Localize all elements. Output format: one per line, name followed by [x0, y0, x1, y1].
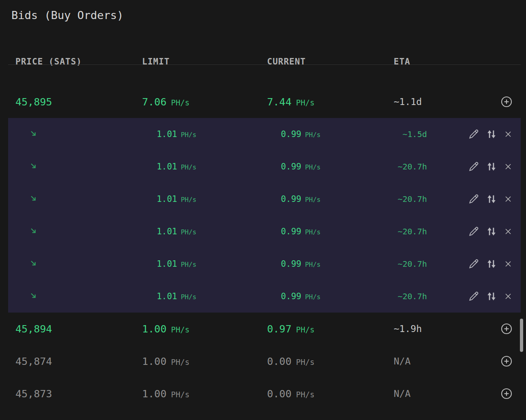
x-icon: [504, 195, 512, 203]
position-current: 0.99PH/s: [267, 259, 321, 269]
order-price: 45,894: [15, 323, 142, 335]
position-marker: [15, 260, 142, 268]
position-current: 0.99PH/s: [267, 227, 321, 236]
column-header-limit: LIMIT: [142, 57, 196, 66]
up-down-arrows-icon: [486, 161, 497, 172]
position-row: 1.01PH/s 0.99PH/s ~20.7h: [8, 150, 521, 183]
position-limit: 1.01PH/s: [142, 194, 196, 204]
order-limit: 1.00PH/s: [142, 356, 196, 367]
position-marker: [15, 130, 142, 139]
scrollbar-thumb[interactable]: [520, 319, 523, 352]
pencil-icon: [468, 291, 479, 302]
order-current: 0.00PH/s: [267, 388, 321, 400]
cancel-position-button[interactable]: [504, 130, 512, 138]
pencil-icon: [468, 161, 479, 172]
order-current: 0.00PH/s: [267, 356, 321, 367]
position-marker: [15, 195, 142, 204]
position-marker: [15, 163, 142, 171]
position-limit: 1.01PH/s: [142, 227, 196, 236]
position-eta: ~20.7h: [394, 194, 427, 204]
position-limit: 1.01PH/s: [142, 129, 196, 139]
position-eta: ~20.7h: [394, 291, 427, 301]
table-header-row: PRICE (SATS) LIMIT CURRENT ETA: [0, 45, 526, 78]
position-eta: ~20.7h: [394, 259, 427, 269]
edit-position-button[interactable]: [468, 161, 479, 172]
edit-position-button[interactable]: [468, 129, 479, 139]
pencil-icon: [468, 259, 479, 269]
cancel-position-button[interactable]: [504, 163, 512, 171]
edit-position-button[interactable]: [468, 259, 479, 269]
x-icon: [504, 130, 512, 138]
position-current: 0.99PH/s: [267, 129, 321, 139]
edit-position-button[interactable]: [468, 194, 479, 204]
order-price: 45,873: [15, 388, 142, 400]
panel-title: Bids (Buy Orders): [11, 9, 123, 21]
order-eta: N/A: [394, 356, 427, 366]
arrow-down-right-icon: [30, 227, 37, 234]
add-order-button[interactable]: [501, 323, 512, 334]
order-row[interactable]: 45,874 1.00PH/s 0.00PH/s N/A: [0, 345, 526, 377]
column-header-current: CURRENT: [267, 57, 321, 66]
x-icon: [504, 163, 512, 171]
pencil-icon: [468, 194, 479, 204]
arrow-down-right-icon: [30, 195, 37, 202]
bids-panel: Bids (Buy Orders) PRICE (SATS) LIMIT CUR…: [0, 0, 526, 420]
position-marker: [15, 292, 142, 301]
position-row: 1.01PH/s 0.99PH/s ~20.7h: [8, 183, 521, 215]
arrow-down-right-icon: [30, 292, 37, 299]
reorder-position-button[interactable]: [486, 259, 497, 269]
order-price: 45,874: [15, 356, 142, 367]
order-row[interactable]: 45,894 1.00PH/s 0.97PH/s ~1.9h: [0, 313, 526, 345]
order-eta: N/A: [394, 388, 427, 399]
add-order-button[interactable]: [501, 356, 512, 367]
cancel-position-button[interactable]: [504, 260, 512, 268]
reorder-position-button[interactable]: [486, 226, 497, 237]
add-order-button[interactable]: [501, 96, 512, 107]
reorder-position-button[interactable]: [486, 194, 497, 204]
position-marker: [15, 227, 142, 236]
order-row[interactable]: 45,873 1.00PH/s 0.00PH/s N/A: [0, 377, 526, 410]
order-row[interactable]: 45,895 7.06PH/s 7.44PH/s ~1.1d: [0, 86, 526, 118]
pencil-icon: [468, 129, 479, 139]
cancel-position-button[interactable]: [504, 195, 512, 203]
edit-position-button[interactable]: [468, 226, 479, 237]
up-down-arrows-icon: [486, 194, 497, 204]
position-eta: ~1.5d: [394, 129, 427, 139]
x-icon: [504, 227, 512, 236]
arrow-down-right-icon: [30, 260, 37, 267]
position-current: 0.99PH/s: [267, 194, 321, 204]
position-row: 1.01PH/s 0.99PH/s ~1.5d: [8, 118, 521, 150]
edit-position-button[interactable]: [468, 291, 479, 302]
add-order-button[interactable]: [501, 388, 512, 399]
plus-circle-icon: [501, 323, 512, 334]
column-header-price: PRICE (SATS): [15, 57, 142, 66]
order-eta: ~1.1d: [394, 96, 427, 107]
order-current: 0.97PH/s: [267, 323, 321, 335]
up-down-arrows-icon: [486, 291, 497, 302]
reorder-position-button[interactable]: [486, 291, 497, 302]
column-header-eta: ETA: [394, 57, 427, 66]
cancel-position-button[interactable]: [504, 227, 512, 236]
up-down-arrows-icon: [486, 226, 497, 237]
header-divider: [8, 64, 521, 65]
position-limit: 1.01PH/s: [142, 162, 196, 171]
order-table-body: 45,895 7.06PH/s 7.44PH/s ~1.1d 1.01PH/s …: [0, 86, 526, 410]
position-limit: 1.01PH/s: [142, 259, 196, 269]
reorder-position-button[interactable]: [486, 161, 497, 172]
expanded-positions-group: 1.01PH/s 0.99PH/s ~1.5d: [8, 118, 521, 313]
position-current: 0.99PH/s: [267, 291, 321, 301]
plus-circle-icon: [501, 356, 512, 367]
x-icon: [504, 292, 512, 300]
position-limit: 1.01PH/s: [142, 291, 196, 301]
position-eta: ~20.7h: [394, 162, 427, 171]
up-down-arrows-icon: [486, 259, 497, 269]
position-row: 1.01PH/s 0.99PH/s ~20.7h: [8, 280, 521, 313]
order-eta: ~1.9h: [394, 324, 427, 334]
reorder-position-button[interactable]: [486, 129, 497, 139]
position-current: 0.99PH/s: [267, 162, 321, 171]
cancel-position-button[interactable]: [504, 292, 512, 300]
plus-circle-icon: [501, 96, 512, 107]
order-limit: 7.06PH/s: [142, 96, 196, 108]
order-limit: 1.00PH/s: [142, 388, 196, 400]
position-eta: ~20.7h: [394, 227, 427, 236]
